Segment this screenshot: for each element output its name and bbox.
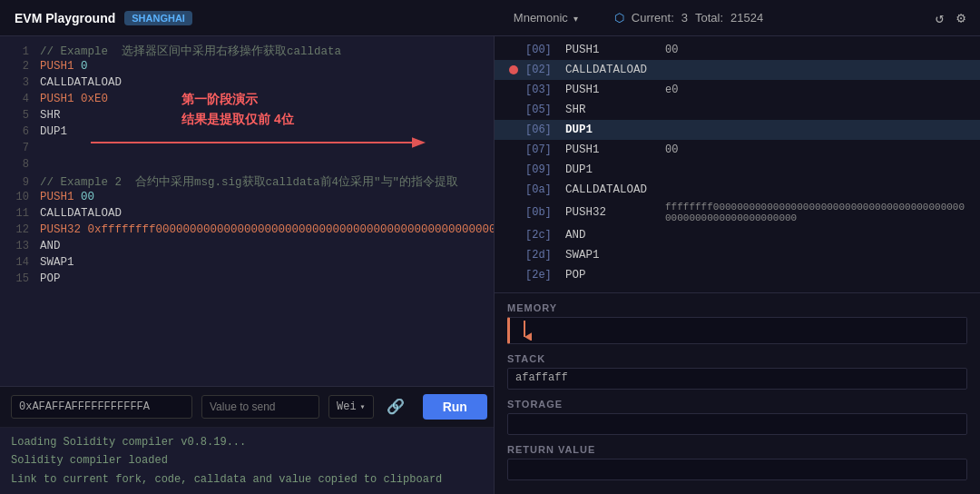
opcode-dot: [509, 251, 518, 260]
opcode-row[interactable]: [0a]CALLDATALOAD: [495, 180, 980, 200]
line-content: DUP1: [40, 125, 67, 138]
opcode-row[interactable]: [02]CALLDATALOAD: [495, 60, 980, 80]
code-line: 7: [0, 142, 494, 158]
line-number: 2: [7, 60, 29, 73]
opcode-arg: 00: [665, 44, 678, 56]
opcode-offset: [0a]: [525, 183, 565, 196]
main-content: 1// Example 选择器区间中采用右移操作获取calldata2PUSH1…: [0, 36, 980, 494]
opcode-row[interactable]: [2e]POP: [495, 265, 980, 285]
opcode-arg: e0: [665, 84, 678, 96]
opcode-offset: [05]: [525, 104, 565, 116]
opcode-name: POP: [565, 269, 665, 282]
opcode-dot: [509, 165, 518, 174]
opcode-arg: ffffffff00000000000000000000000000000000…: [665, 202, 965, 223]
opcode-dot: [509, 65, 518, 74]
opcode-offset: [07]: [525, 143, 565, 156]
opcode-name: DUP1: [565, 163, 665, 176]
opcode-row[interactable]: [2c]AND: [495, 225, 980, 245]
opcode-row[interactable]: [03]PUSH1e0: [495, 80, 980, 100]
bottom-controls: 0xAFAFFAFFFFFFFFFFFA Wei 🔗 Run: [0, 386, 494, 427]
stack-section: STACK afaffaff: [495, 348, 980, 393]
code-line: 15POP: [0, 272, 494, 289]
opcode-name: SWAP1: [565, 249, 665, 262]
panel-divider: [495, 292, 980, 293]
link-icon[interactable]: 🔗: [387, 398, 405, 416]
line-number: 11: [7, 207, 29, 220]
code-line: 5SHR: [0, 109, 494, 125]
code-line: 3CALLDATALOAD: [0, 76, 494, 93]
run-button[interactable]: Run: [423, 394, 487, 420]
line-content: // Example 选择器区间中采用右移操作获取calldata: [40, 44, 341, 59]
execution-stats: ⬡ Current: 3 Total: 21524: [596, 11, 936, 25]
line-number: 3: [7, 76, 29, 89]
log-area: Loading Solidity compiler v0.8.19...Soli…: [0, 427, 494, 494]
opcode-offset: [2e]: [525, 269, 565, 282]
opcode-dot: [509, 45, 518, 54]
memory-box: [507, 317, 967, 344]
opcode-dot: [509, 85, 518, 94]
line-number: 7: [7, 142, 29, 154]
wei-chevron-icon: [360, 400, 366, 413]
return-section: RETURN VALUE: [495, 439, 980, 484]
return-label: RETURN VALUE: [507, 444, 967, 455]
opcode-name: DUP1: [565, 124, 665, 136]
opcode-name: PUSH1: [565, 143, 665, 156]
code-line: 10PUSH1 00: [0, 191, 494, 207]
opcode-arg: 00: [665, 143, 678, 156]
code-line: 1// Example 选择器区间中采用右移操作获取calldata: [0, 44, 494, 60]
opcode-row[interactable]: [05]SHR: [495, 100, 980, 120]
calldata-display[interactable]: 0xAFAFFAFFFFFFFFFFFA: [11, 395, 192, 419]
line-number: 12: [7, 223, 29, 236]
code-line: 11CALLDATALOAD: [0, 207, 494, 223]
opcode-dot: [509, 185, 518, 194]
line-content: POP: [40, 272, 61, 285]
opcode-name: AND: [565, 229, 665, 242]
reload-icon[interactable]: [936, 9, 945, 27]
mnemonic-selector[interactable]: Mnemonic: [514, 11, 578, 25]
line-content: PUSH1 0: [40, 60, 88, 73]
line-content: SWAP1: [40, 256, 74, 269]
opcode-offset: [2c]: [525, 229, 565, 242]
mnemonic-label: Mnemonic: [514, 11, 568, 25]
opcode-row[interactable]: [06]DUP1: [495, 120, 980, 140]
line-content: AND: [40, 240, 61, 252]
wei-label: Wei: [337, 400, 357, 413]
line-number: 13: [7, 240, 29, 252]
code-editor[interactable]: 1// Example 选择器区间中采用右移操作获取calldata2PUSH1…: [0, 36, 494, 386]
memory-arrow-icon: [517, 321, 532, 341]
opcode-name: PUSH1: [565, 84, 665, 96]
opcode-offset: [06]: [525, 124, 565, 136]
opcode-row[interactable]: [07]PUSH100: [495, 140, 980, 160]
opcode-row[interactable]: [09]DUP1: [495, 160, 980, 180]
app-header: EVM Playground SHANGHAI Mnemonic ⬡ Curre…: [0, 0, 980, 36]
line-content: CALLDATALOAD: [40, 207, 122, 220]
header-actions: [936, 9, 965, 27]
opcode-list: [00]PUSH100[02]CALLDATALOAD[03]PUSH1e0[0…: [495, 36, 980, 289]
opcode-dot: [509, 105, 518, 114]
line-number: 10: [7, 191, 29, 203]
memory-label: MEMORY: [507, 302, 967, 313]
line-content: SHR: [40, 109, 61, 122]
opcode-row[interactable]: [0b]PUSH32ffffffff0000000000000000000000…: [495, 200, 980, 225]
stats-icon: ⬡: [614, 11, 624, 25]
code-line: 2PUSH1 0: [0, 60, 494, 76]
line-number: 9: [7, 176, 29, 189]
line-number: 6: [7, 125, 29, 138]
opcode-dot: [509, 231, 518, 240]
opcode-row[interactable]: [00]PUSH100: [495, 40, 980, 60]
code-line: 9// Example 2 合约中采用msg.sig获取calldata前4位采…: [0, 174, 494, 191]
opcode-row[interactable]: [2d]SWAP1: [495, 245, 980, 265]
opcode-dot: [509, 125, 518, 134]
line-number: 14: [7, 256, 29, 269]
log-line: Loading Solidity compiler v0.8.19...: [11, 433, 483, 451]
storage-label: STORAGE: [507, 399, 967, 410]
line-number: 8: [7, 158, 29, 171]
code-line: 12PUSH32 0xffffffff000000000000000000000…: [0, 223, 494, 240]
line-content: CALLDATALOAD: [40, 76, 122, 89]
line-number: 4: [7, 93, 29, 105]
value-input[interactable]: [201, 395, 319, 419]
total-label: Total:: [695, 11, 723, 25]
settings-icon[interactable]: [956, 9, 965, 27]
wei-selector[interactable]: Wei: [328, 395, 374, 419]
opcode-name: CALLDATALOAD: [565, 64, 665, 76]
